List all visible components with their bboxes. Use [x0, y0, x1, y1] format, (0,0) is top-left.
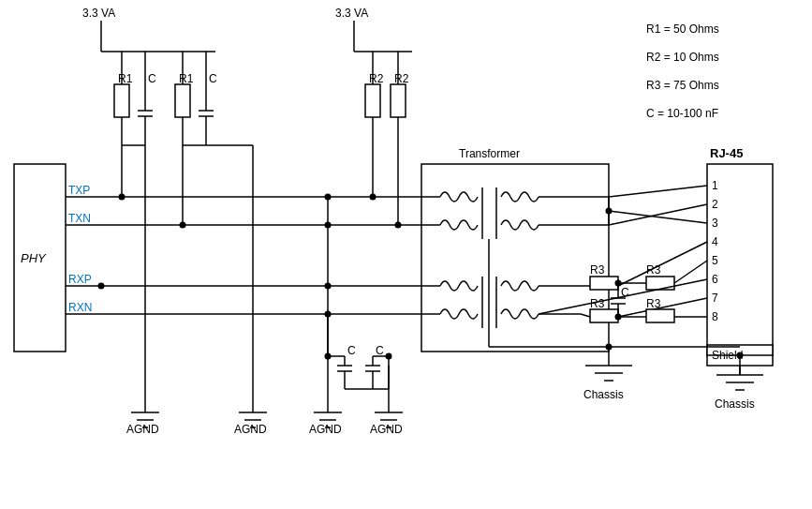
c-txp2-label: C — [209, 72, 217, 85]
pin7: 7 — [712, 292, 718, 305]
pin6: 6 — [712, 273, 718, 286]
supply2-label: 3.3 VA — [335, 7, 368, 20]
agnd4-label: AGND — [370, 423, 403, 436]
r2-2 — [391, 84, 406, 117]
r2-1 — [365, 84, 380, 117]
c-bot1-label: C — [347, 344, 356, 357]
r1-txp1 — [114, 84, 129, 117]
svg-point-127 — [606, 344, 613, 351]
r2-1-label: R2 — [369, 72, 384, 85]
agnd1-label: AGND — [126, 423, 159, 436]
legend-r2: R2 = 10 Ohms — [646, 51, 719, 64]
pin5: 5 — [712, 254, 718, 267]
chassis2-label: Chassis — [715, 397, 755, 411]
legend-c: C = 10-100 nF — [646, 107, 718, 120]
svg-point-29 — [180, 222, 186, 229]
svg-point-31 — [98, 283, 105, 290]
svg-line-91 — [609, 186, 707, 197]
agnd3-label: AGND — [309, 423, 342, 436]
svg-point-27 — [119, 194, 125, 201]
schematic-diagram: R1 = 50 Ohms R2 = 10 Ohms R3 = 75 Ohms C… — [0, 0, 812, 509]
rxn-label: RXN — [68, 301, 92, 314]
c-bot2-label: C — [376, 344, 384, 357]
txn-label: TXN — [68, 212, 91, 225]
r1-txp2 — [175, 84, 190, 117]
r3-3-label: R3 — [590, 297, 605, 310]
svg-point-128 — [737, 352, 744, 359]
svg-point-95 — [606, 208, 613, 215]
pin4: 4 — [712, 235, 718, 248]
r3-4-label: R3 — [646, 297, 661, 310]
txp-label: TXP — [68, 184, 90, 197]
pin1: 1 — [712, 179, 718, 192]
r2-2-label: R2 — [394, 72, 409, 85]
transformer-label: Transformer — [459, 147, 520, 160]
rj45-label: RJ-45 — [710, 146, 743, 160]
legend-r1: R1 = 50 Ohms — [646, 22, 719, 36]
svg-point-77 — [325, 353, 332, 360]
transformer-box — [421, 164, 609, 352]
phy-label: PHY — [21, 251, 47, 265]
pin8: 8 — [712, 310, 718, 323]
legend-r3: R3 = 75 Ohms — [646, 79, 719, 92]
r3-2 — [646, 277, 674, 290]
r3-2-label: R3 — [646, 263, 661, 277]
r3-4 — [646, 309, 674, 322]
agnd2-label: AGND — [234, 423, 267, 436]
svg-point-78 — [386, 353, 392, 360]
r1-txp1-label: R1 — [118, 72, 133, 85]
pin2: 2 — [712, 198, 718, 211]
pin3: 3 — [712, 217, 718, 230]
r3-1 — [590, 277, 618, 290]
c-txp1-label: C — [148, 72, 156, 85]
rxp-label: RXP — [68, 273, 92, 286]
r1-txp2-label: R1 — [179, 72, 194, 85]
chassis1-label: Chassis — [583, 388, 624, 401]
r3-1-label: R3 — [590, 263, 605, 277]
r3-3 — [590, 309, 618, 322]
supply1-label: 3.3 VA — [82, 7, 115, 20]
